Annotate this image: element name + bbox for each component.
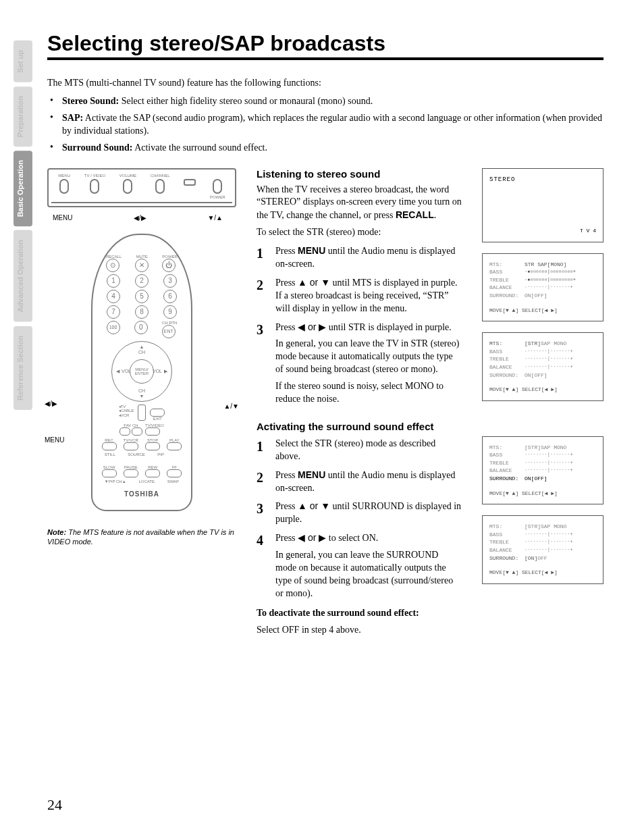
callout-menu: MENU bbox=[53, 214, 72, 221]
side-tabs: Set up Preparation Basic Operation Advan… bbox=[14, 41, 32, 410]
intro-text: The MTS (multi-channel TV sound) feature… bbox=[47, 78, 603, 88]
list-item: • Surround Sound: Activate the surround … bbox=[47, 142, 603, 155]
callout-menu: MENU bbox=[45, 436, 64, 444]
page-title: Selecting stereo/SAP broadcasts bbox=[47, 31, 603, 60]
osd-stereo: STEREO T V 4 bbox=[482, 168, 603, 242]
callout-ud: ▲/▼ bbox=[223, 402, 239, 410]
lead-text: To select the STR (stereo) mode: bbox=[257, 226, 462, 239]
step: 4Press ◀ or ▶ to select ON. In general, … bbox=[257, 531, 462, 600]
step: 1Press MENU until the Audio menu is disp… bbox=[257, 244, 462, 271]
osd-audio-menu: MTS:[STR]SAP MONO BASS-·······|·······+ … bbox=[482, 436, 603, 505]
tab-reference: Reference Section bbox=[14, 326, 32, 410]
step: 1Select the STR (stereo) mode as describ… bbox=[257, 438, 462, 463]
osd-audio-menu: MTS:[STR]SAP MONO BASS-·······|·······+ … bbox=[482, 515, 603, 584]
list-item: • Stereo Sound: Select either high fidel… bbox=[47, 95, 603, 108]
callout-lr: ◀/▶ bbox=[45, 400, 57, 407]
subhead-surround: Activating the surround sound effect bbox=[257, 421, 462, 432]
tab-basic-operation: Basic Operation bbox=[14, 151, 32, 226]
dpad: ▲ CH ◀ VOL ▶ VOL CH ▼ MENU/ ENTER bbox=[111, 341, 172, 402]
step: 2Press MENU until the Audio menu is disp… bbox=[257, 469, 462, 495]
body-column: Listening to stereo sound When the TV re… bbox=[257, 168, 462, 641]
step: 3Press ◀ or ▶ until STR is displayed in … bbox=[257, 321, 462, 406]
list-item: • SAP: Activate the SAP (second audio pr… bbox=[47, 112, 603, 138]
remote-diagram: RECALL⊙ MUTE✕ POWER⏻ 123 456 789 100 0 C… bbox=[91, 234, 192, 511]
tv-panel-diagram: MENU TV / VIDEO VOLUME CHANNEL POWER bbox=[47, 168, 236, 207]
brand-logo: TOSHIBA bbox=[99, 490, 184, 498]
osd-column: STEREO T V 4 MTS: STR SAP[MONO] BASS-▪▫▫… bbox=[482, 168, 603, 641]
osd-audio-menu: MTS:[STR]SAP MONO BASS-·······|·······+ … bbox=[482, 332, 603, 401]
tab-setup: Set up bbox=[14, 41, 32, 82]
note-text: Note: The MTS feature is not available w… bbox=[47, 527, 236, 547]
step: 2Press ▲ or ▼ until MTS is displayed in … bbox=[257, 276, 462, 315]
diagram-column: MENU TV / VIDEO VOLUME CHANNEL POWER MEN… bbox=[47, 168, 236, 641]
deactivate-head: To deactivate the surround sound effect: bbox=[257, 608, 419, 618]
step: 3Press ▲ or ▼ until SURROUND is displaye… bbox=[257, 500, 462, 526]
osd-audio-menu: MTS: STR SAP[MONO] BASS-▪▫▫▫▫▫▫|▫▫▫▫▫▫▫▫… bbox=[482, 253, 603, 322]
callout-ud: ▼/▲ bbox=[207, 214, 223, 221]
subhead-stereo: Listening to stereo sound bbox=[257, 168, 462, 180]
page-number: 24 bbox=[47, 796, 62, 814]
tab-advanced-operation: Advanced Operation bbox=[14, 230, 32, 322]
deactivate-body: Select OFF in step 4 above. bbox=[257, 624, 462, 637]
callout-lr: ◀/▶ bbox=[134, 214, 146, 221]
tab-preparation: Preparation bbox=[14, 86, 32, 147]
bullet-list: • Stereo Sound: Select either high fidel… bbox=[47, 95, 603, 155]
